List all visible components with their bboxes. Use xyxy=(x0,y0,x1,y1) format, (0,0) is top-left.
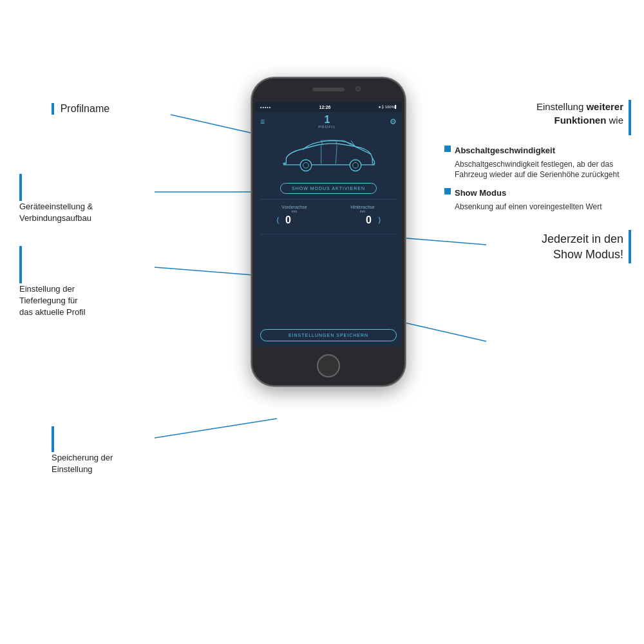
speicherung-bar xyxy=(52,426,54,452)
tieferlegung-annotation: Einstellung der Tieferlegung für das akt… xyxy=(19,245,86,319)
abschalt-desc: Abschaltgeschwindigkeit festlegen, ab de… xyxy=(455,160,620,180)
speicherung-annotation: Speicherung der Einstellung xyxy=(52,425,113,475)
show-modus-item: Show Modus Absenkung auf einen voreinges… xyxy=(444,187,631,212)
divider-2 xyxy=(260,234,397,234)
abschalt-sq xyxy=(444,146,451,152)
divider-1 xyxy=(260,199,397,200)
jederzeit-bar xyxy=(629,230,631,263)
screen-top-row: ≡ 1 PROFIL ⚙ xyxy=(260,115,397,129)
profilname-annotation: Profilname xyxy=(52,102,109,116)
jederzeit-line1: Jederzeit in den xyxy=(542,231,623,247)
right-title-row: Einstellung weitererFunktionen wie xyxy=(444,100,631,135)
geraete-line1: Geräteeinstellung & xyxy=(19,201,93,213)
axle-row: Vorderachse mm ⟨ 0 Hinterachse mm xyxy=(260,205,397,226)
geraete-line2: Verbindungsaufbau xyxy=(19,213,93,224)
tieferlegung-line3: das aktuelle Profil xyxy=(19,307,86,318)
tieferlegung-line2: Tieferlegung für xyxy=(19,295,86,307)
home-button[interactable] xyxy=(317,354,340,377)
gear-icon[interactable]: ⚙ xyxy=(390,117,397,126)
status-battery: ● ₿ 100%▊ xyxy=(379,105,397,109)
hinterachse-value: 0 xyxy=(364,214,374,226)
right-annotations: Einstellung weitererFunktionen wie Absch… xyxy=(444,100,631,263)
profilname-label: Profilname xyxy=(61,103,109,114)
vorderachse-unit: mm xyxy=(292,209,297,213)
phone-camera xyxy=(355,86,361,91)
phone-outer: ••••• 12:26 ● ₿ 100%▊ ≡ 1 PROFIL ⚙ xyxy=(251,77,406,386)
hinterachse-increase[interactable]: ⟩ xyxy=(378,216,381,225)
show-modus-title: Show Modus xyxy=(455,187,506,200)
save-btn[interactable]: EINSTELLUNGEN SPEICHERN xyxy=(260,329,397,341)
car-image xyxy=(260,133,397,178)
tieferlegung-bar xyxy=(19,246,22,283)
svg-point-10 xyxy=(300,160,312,171)
phone: ••••• 12:26 ● ₿ 100%▊ ≡ 1 PROFIL ⚙ xyxy=(251,77,406,386)
vorderachse-label: Vorderachse xyxy=(281,205,307,209)
status-signal: ••••• xyxy=(260,105,271,109)
geraete-annotation: Geräteeinstellung & Verbindungsaufbau xyxy=(19,174,93,224)
geraete-bar xyxy=(19,174,22,201)
phone-speaker xyxy=(312,88,345,91)
jederzeit-row: Jederzeit in den Show Modus! xyxy=(444,230,631,263)
screen-bottom: EINSTELLUNGEN SPEICHERN xyxy=(260,329,397,344)
right-title-bar xyxy=(629,100,631,135)
hinterachse-unit: mm xyxy=(360,209,365,213)
svg-line-3 xyxy=(155,419,277,438)
profile-label: PROFIL xyxy=(318,125,336,129)
abschalt-item: Abschaltgeschwindigkeit Abschaltgeschwin… xyxy=(444,144,631,180)
tieferlegung-line1: Einstellung der xyxy=(19,283,86,295)
speicherung-line1: Speicherung der xyxy=(52,452,113,464)
profilname-bar xyxy=(52,103,54,115)
speicherung-line2: Einstellung xyxy=(52,464,113,475)
show-modus-sq xyxy=(444,188,451,194)
status-bar: ••••• 12:26 ● ₿ 100%▊ xyxy=(255,102,402,112)
status-time: 12:26 xyxy=(319,105,331,109)
abschalt-title: Abschaltgeschwindigkeit xyxy=(455,144,555,157)
show-modus-desc: Absenkung auf einen voreingestellten Wer… xyxy=(455,202,602,211)
phone-screen: ••••• 12:26 ● ₿ 100%▊ ≡ 1 PROFIL ⚙ xyxy=(255,102,402,346)
hamburger-icon[interactable]: ≡ xyxy=(260,117,265,126)
jederzeit-line2: Show Modus! xyxy=(542,247,623,262)
svg-line-6 xyxy=(336,145,337,164)
svg-point-12 xyxy=(350,160,361,171)
show-modus-btn[interactable]: SHOW MODUS AKTIVIEREN xyxy=(280,183,377,194)
vorderachse-group: Vorderachse mm ⟨ 0 xyxy=(276,205,313,226)
hinterachse-group: Hinterachse mm 0 ⟩ xyxy=(345,205,381,226)
vorderachse-value: 0 xyxy=(283,214,294,226)
right-title-part3: wie xyxy=(606,115,623,126)
vorderachse-decrease[interactable]: ⟨ xyxy=(276,216,279,225)
hinterachse-label: Hinterachse xyxy=(350,205,374,209)
profile-number: 1 xyxy=(318,115,336,125)
screen-body: ≡ 1 PROFIL ⚙ xyxy=(255,112,402,346)
right-title-part1: Einstellung xyxy=(536,101,587,112)
